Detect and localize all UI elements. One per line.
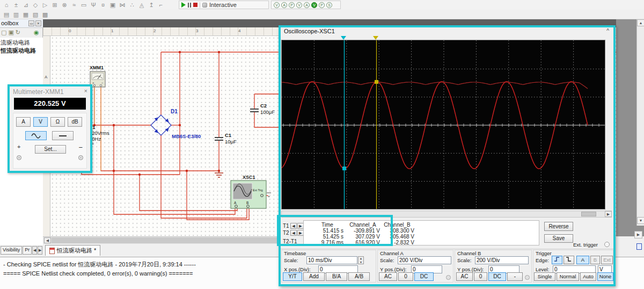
ac-mode-button[interactable] xyxy=(25,131,47,140)
place-power-icon[interactable]: ¤ xyxy=(99,1,107,9)
channel-a-dc-button[interactable]: DC xyxy=(414,272,434,281)
negative-terminal[interactable] xyxy=(78,155,83,160)
trigger-none-button[interactable]: None xyxy=(597,272,613,281)
tab-visibility[interactable]: Visibility xyxy=(1,246,22,255)
trigger-a-button[interactable]: A xyxy=(576,256,589,264)
tree-item-design[interactable]: 流驱动电路 xyxy=(1,39,43,47)
trigger-normal-button[interactable]: Normal xyxy=(557,272,579,281)
place-basic-icon[interactable]: ± xyxy=(12,1,20,9)
ab-mode-button[interactable]: A/B xyxy=(348,272,370,281)
cursor-1-handle[interactable] xyxy=(341,36,346,40)
place-mixed-icon[interactable]: ▭ xyxy=(79,1,88,9)
probe-settings-icon[interactable]: S xyxy=(326,2,332,8)
cursor-2-handle[interactable] xyxy=(373,36,378,40)
positive-terminal[interactable] xyxy=(17,155,21,160)
place-ttl-icon[interactable]: ⊞ xyxy=(50,1,59,9)
timebase-scale-input[interactable] xyxy=(306,256,357,264)
snapshot-icon[interactable]: ◉ xyxy=(34,29,39,37)
canvas-hscrollbar[interactable]: ◀ xyxy=(43,236,279,244)
tab-scroll-right-icon[interactable]: ▶ xyxy=(38,246,42,255)
channel-b-terminal-radio[interactable] xyxy=(525,275,530,280)
reverse-button[interactable]: Reverse xyxy=(544,222,573,231)
new-design-icon[interactable]: ▢ xyxy=(1,29,6,37)
scope-scroll-right-icon[interactable]: ▶ xyxy=(605,211,612,217)
channel-a-scale-input[interactable] xyxy=(398,256,451,264)
tab-scroll-left-icon[interactable]: ◀ xyxy=(32,246,37,255)
ba-mode-button[interactable]: B/A xyxy=(326,272,347,281)
grapher-icon[interactable]: ▤ xyxy=(2,11,11,18)
mode-volt-button[interactable]: V xyxy=(33,117,48,127)
channel-b-dc-button[interactable]: DC xyxy=(488,272,506,281)
scroll-right-icon[interactable]: ▶ xyxy=(634,231,642,239)
mode-ohm-button[interactable]: Ω xyxy=(50,117,65,127)
place-cmos-icon[interactable]: ⊗ xyxy=(60,1,69,9)
place-advanced-peripherals-icon[interactable]: ⋈ xyxy=(118,1,127,9)
place-misc-icon[interactable]: ▣ xyxy=(108,1,117,9)
cursor1-left-icon[interactable]: ◀ xyxy=(290,223,297,229)
add-mode-button[interactable]: Add xyxy=(303,272,325,281)
trigger-auto-button[interactable]: Auto xyxy=(580,272,596,281)
rising-edge-icon[interactable] xyxy=(552,256,562,264)
toolbox-close-icon[interactable]: ✕ xyxy=(35,20,41,26)
place-transistor-icon[interactable]: ◇ xyxy=(31,1,40,9)
channel-b-ac-button[interactable]: AC xyxy=(456,272,473,281)
refresh-icon[interactable]: ↻ xyxy=(16,29,20,37)
place-ni-icon[interactable]: ↥ xyxy=(147,1,156,9)
stop-simulation-icon[interactable] xyxy=(193,3,197,7)
channel-a-zero-button[interactable]: 0 xyxy=(398,272,413,281)
channel-b-scale-input[interactable] xyxy=(475,256,529,264)
set-button[interactable]: Set... xyxy=(35,145,66,154)
channel-a-terminal-radio[interactable] xyxy=(446,275,451,280)
current-probe-icon[interactable]: A xyxy=(281,2,287,8)
tab-project[interactable]: Pr xyxy=(23,246,32,255)
open-design-icon[interactable]: ▣ xyxy=(8,29,13,37)
mode-ampere-button[interactable]: A xyxy=(16,117,31,127)
interactive-profile-dropdown[interactable]: Interactive xyxy=(209,2,237,8)
pause-simulation-icon[interactable] xyxy=(188,3,191,8)
channel-b-invert-button[interactable]: - xyxy=(507,272,523,281)
save-button[interactable]: Save xyxy=(544,234,573,243)
canvas-vscrollbar[interactable]: ▲ ▼ xyxy=(636,19,644,226)
document-tab[interactable]: 恒流驱动电路 * xyxy=(45,245,100,256)
voltage-probe-icon[interactable]: V xyxy=(274,2,280,8)
place-rf-icon[interactable]: ∴ xyxy=(128,1,136,9)
multimeter-window[interactable]: Multimeter-XMM1 × 220.525 V A V Ω dB + S… xyxy=(8,84,92,173)
capture-icon[interactable]: ▩ xyxy=(41,11,49,18)
analyses-icon[interactable]: ▥ xyxy=(12,11,20,18)
tree-item-design-active[interactable]: 恒流驱动电路 xyxy=(1,47,43,55)
yt-mode-button[interactable]: Y/T xyxy=(283,272,302,281)
postprocessor-icon[interactable]: ▦ xyxy=(21,11,30,18)
scroll-up-icon[interactable]: ▲ xyxy=(637,19,644,26)
scope-hscrollbar[interactable]: ▶ xyxy=(281,211,612,218)
close-icon[interactable]: × xyxy=(84,88,87,94)
place-connector-icon[interactable]: ⌐ xyxy=(157,1,165,9)
diff-voltage-probe-icon[interactable]: V xyxy=(296,2,302,8)
channel-b-zero-button[interactable]: 0 xyxy=(474,272,487,281)
scroll-down-icon[interactable]: ▼ xyxy=(637,217,644,224)
scroll-left-icon[interactable]: ◀ xyxy=(44,237,51,243)
trigger-b-button[interactable]: B xyxy=(590,256,600,264)
trigger-single-button[interactable]: Single xyxy=(534,272,555,281)
toolbox-pin-icon[interactable]: ▭ xyxy=(28,20,34,26)
voltage-ref-probe-icon[interactable]: V xyxy=(311,2,317,8)
place-source-icon[interactable]: ⌂ xyxy=(2,1,11,9)
place-electromech-icon[interactable]: ◬ xyxy=(137,1,146,9)
scope-display[interactable] xyxy=(281,40,605,209)
place-diode-icon[interactable]: ⊿ xyxy=(21,1,30,9)
reports-icon[interactable]: ▧ xyxy=(31,11,40,18)
power-probe-icon[interactable]: P xyxy=(289,2,295,8)
digital-probe-icon[interactable]: P xyxy=(319,2,325,8)
run-simulation-icon[interactable] xyxy=(181,2,186,8)
falling-edge-icon[interactable] xyxy=(564,256,574,264)
timebase-spinner[interactable]: ▲▼ xyxy=(358,256,364,264)
trigger-ext-button[interactable]: Ext xyxy=(601,256,613,264)
collapse-icon[interactable]: ^ xyxy=(606,28,609,34)
dc-mode-button[interactable] xyxy=(52,131,74,140)
place-analog-icon[interactable]: ▷ xyxy=(41,1,49,9)
current-ac-probe-icon[interactable]: A xyxy=(304,2,310,8)
place-misc-digital-icon[interactable]: ≈ xyxy=(70,1,78,9)
cursor2-left-icon[interactable]: ◀ xyxy=(290,230,297,236)
place-indicator-icon[interactable]: Ψ xyxy=(89,1,98,9)
ext-trigger-terminal[interactable] xyxy=(604,242,610,247)
scrollbar-track[interactable] xyxy=(52,237,277,243)
